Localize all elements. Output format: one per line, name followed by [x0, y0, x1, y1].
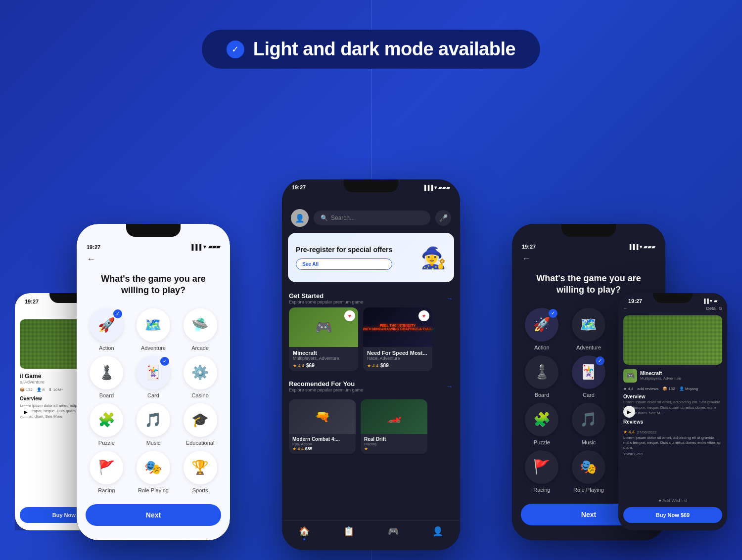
- p3-nfs-stars: ★ 4.4: [367, 363, 378, 368]
- genre-dark-card-icon: 🃏✓: [572, 355, 605, 389]
- p3-avatar: 👤: [291, 209, 309, 227]
- p5-buy-button[interactable]: Buy Now $69: [623, 507, 722, 523]
- p3-rec-sub-2: Racing: [364, 442, 424, 446]
- genre-adventure[interactable]: 🗺️ Adventure: [133, 308, 175, 351]
- p3-minecraft-price: $69: [306, 363, 315, 368]
- genre-role-playing[interactable]: 🎭 Role Playing: [133, 451, 175, 493]
- header-title: Light and dark mode available: [253, 39, 515, 60]
- genre-arcade-icon: 🛸: [184, 308, 217, 342]
- p3-nav-profile[interactable]: 👤: [432, 526, 443, 540]
- genre-dark-action[interactable]: 🚀✓ Action: [521, 308, 563, 350]
- p3-nav-games[interactable]: 🎮: [388, 526, 399, 540]
- p5-content: ▶ 🎮 Minecraft Multiplayers, Adventure ★ …: [618, 313, 727, 461]
- p3-nfs-sub: Race, Adventure: [367, 356, 428, 361]
- genre-dark-racing-label: Racing: [533, 487, 550, 493]
- p3-rec-stars-2: ★: [364, 446, 424, 451]
- p5-title: Detail G: [706, 306, 722, 311]
- genre-dark-puzzle-icon: 🧩: [525, 403, 558, 436]
- genre-dark-puzzle[interactable]: 🧩 Puzzle: [521, 403, 563, 445]
- p3-game-nfs[interactable]: FEEL THE INTENSITYWITH MIND-BLOWING GRAP…: [363, 307, 432, 371]
- p3-nfs-text: FEEL THE INTENSITYWITH MIND-BLOWING GRAP…: [363, 324, 432, 331]
- p3-minecraft-thumb: 🎮 ♥: [289, 307, 358, 347]
- p2-back-button[interactable]: ←: [77, 250, 230, 268]
- genre-music[interactable]: 🎵 Music: [133, 403, 175, 446]
- phone-2: 19:27 ▐▐▐▾▰▰▰ ← What's the game you are …: [77, 224, 230, 540]
- genre-dark-board[interactable]: ♟️ Board: [521, 355, 563, 398]
- genre-board-icon: ♟️: [90, 356, 123, 389]
- p3-nfs-heart[interactable]: ♥: [418, 310, 429, 321]
- p2-genre-grid: 🚀✓ Action 🗺️ Adventure 🛸 Arcade: [77, 302, 230, 500]
- p5-notch: [653, 293, 693, 303]
- genre-puzzle-icon: 🧩: [90, 403, 123, 437]
- phone-5: 19:27 ▐▐ ▾ ▰ ← Detail G ▶ 🎮: [618, 293, 727, 530]
- genre-dark-music[interactable]: 🎵 Music: [568, 403, 610, 445]
- p2-notch: [126, 224, 181, 237]
- genre-dark-role-playing[interactable]: 🎭 Role Playing: [568, 450, 610, 493]
- genre-role-playing-icon: 🎭: [137, 451, 170, 484]
- p5-game-icon: 🎮: [623, 369, 637, 383]
- header-badge: ✓ Light and dark mode available: [202, 30, 540, 69]
- p3-minecraft-sub: Multiplayers, Adventure: [293, 356, 354, 361]
- p5-stats: ★ 4.4 add reviews 📦 132 👤 Mojang: [623, 387, 722, 391]
- p3-get-started-title: Get Started: [289, 292, 363, 300]
- p2-next-button[interactable]: Next: [86, 504, 221, 526]
- phone-5-screen: 19:27 ▐▐ ▾ ▰ ← Detail G ▶ 🎮: [618, 293, 727, 530]
- p3-rec-thumb-2: 🏎️: [361, 399, 427, 434]
- genre-dark-action-icon: 🚀✓: [525, 308, 558, 342]
- genre-dark-music-label: Music: [582, 439, 596, 445]
- p5-game-banner: ▶: [623, 315, 722, 365]
- p3-game-minecraft[interactable]: 🎮 ♥ Minecraft Multiplayers, Adventure ★ …: [289, 307, 358, 371]
- p3-minecraft-heart[interactable]: ♥: [344, 310, 355, 321]
- genre-adventure-icon: 🗺️: [137, 308, 170, 342]
- p3-rec-game-2[interactable]: 🏎️ Real Drift Racing ★: [361, 399, 427, 454]
- p3-search-bar[interactable]: 🔍 Search...: [314, 211, 430, 225]
- genre-casino[interactable]: ⚙️ Casino: [179, 356, 221, 398]
- p3-banner-title: Pre-register for special offers: [296, 245, 392, 254]
- genre-music-icon: 🎵: [137, 403, 170, 437]
- genre-dark-action-label: Action: [534, 345, 550, 350]
- genre-action[interactable]: 🚀✓ Action: [86, 308, 128, 351]
- genre-puzzle[interactable]: 🧩 Puzzle: [86, 403, 128, 446]
- genre-dark-puzzle-label: Puzzle: [534, 439, 550, 445]
- p3-see-all-button[interactable]: See All: [296, 258, 392, 270]
- genre-educational-label: Educational: [186, 440, 215, 446]
- genre-dark-board-label: Board: [535, 392, 549, 398]
- genre-educational-icon: 🎓: [184, 403, 217, 437]
- genre-racing[interactable]: 🚩 Racing: [86, 451, 128, 493]
- p4-notch: [561, 224, 616, 237]
- p3-games-row: 🎮 ♥ Minecraft Multiplayers, Adventure ★ …: [282, 307, 460, 371]
- p3-recommended-header: Recomended For You Explore some popular …: [282, 376, 460, 395]
- p3-nav-wishlist[interactable]: 📋: [343, 526, 354, 540]
- genre-casino-icon: ⚙️: [184, 356, 217, 389]
- p3-banner: Pre-register for special offers See All …: [288, 233, 454, 282]
- p1-play-btn[interactable]: ▶: [20, 406, 32, 418]
- genre-dark-music-icon: 🎵: [572, 403, 605, 436]
- genre-dark-adventure-icon: 🗺️: [572, 308, 605, 342]
- genre-dark-racing[interactable]: 🚩 Racing: [521, 450, 563, 493]
- p5-back-arrow[interactable]: ←: [623, 306, 628, 311]
- genre-racing-label: Racing: [98, 487, 115, 493]
- genre-adventure-label: Adventure: [141, 345, 166, 351]
- p5-wishlist-button[interactable]: ♥ Add Wishlist: [623, 498, 722, 503]
- p3-notch: [344, 179, 398, 192]
- p3-mic-button[interactable]: 🎤: [435, 210, 451, 226]
- genre-sports[interactable]: 🏆 Sports: [179, 451, 221, 493]
- p4-status-bar: 19:27 ▐▐▐ ▾ ▰▰▰: [512, 239, 665, 250]
- p3-get-started-arrow[interactable]: →: [446, 295, 453, 302]
- genre-board[interactable]: ♟️ Board: [86, 356, 128, 398]
- p3-nav-home[interactable]: 🏠: [299, 526, 310, 540]
- p3-recommended-arrow[interactable]: →: [446, 383, 453, 390]
- p5-play-btn[interactable]: ▶: [623, 406, 635, 418]
- p3-rec-game-1[interactable]: 🔫 Modern Combat 4:... Fps, Action ★ 4.4 …: [289, 399, 356, 454]
- p5-overview-text: Lorem ipsum dolor sit amet, adipiscing e…: [623, 399, 722, 416]
- genre-arcade[interactable]: 🛸 Arcade: [179, 308, 221, 351]
- p5-game-name: Minecraft: [640, 371, 681, 376]
- genre-dark-adventure[interactable]: 🗺️ Adventure: [568, 308, 610, 350]
- p3-nfs-name: Need For Speed Most...: [367, 350, 428, 356]
- p3-recommended-sub: Explore some popular premium game: [289, 388, 363, 392]
- genre-card[interactable]: 🃏✓ Card: [133, 356, 175, 398]
- genre-educational[interactable]: 🎓 Educational: [179, 403, 221, 446]
- p4-back-button[interactable]: ←: [512, 250, 665, 268]
- genre-dark-card[interactable]: 🃏✓ Card: [568, 355, 610, 398]
- genre-dark-board-icon: ♟️: [525, 355, 558, 389]
